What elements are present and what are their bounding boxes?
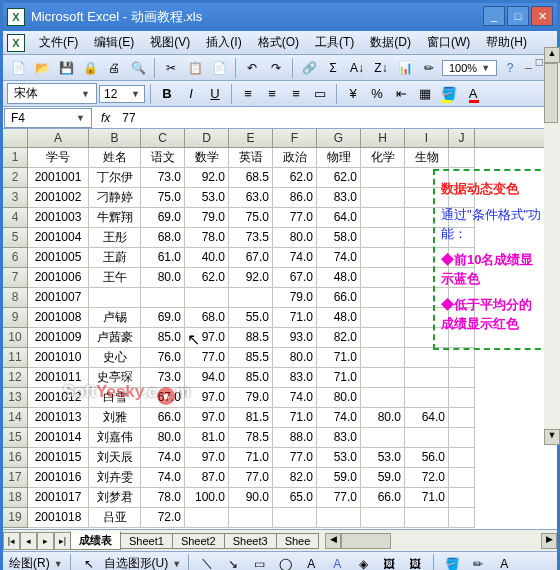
cell[interactable]: 刘雅 (89, 408, 141, 428)
cell[interactable]: 48.0 (317, 308, 361, 328)
cell[interactable]: 74.0 (141, 468, 185, 488)
col-header[interactable]: F (273, 129, 317, 147)
cell[interactable]: 2001017 (28, 488, 89, 508)
cell[interactable]: 73.5 (229, 228, 273, 248)
cell[interactable]: 卢茜豪 (89, 328, 141, 348)
minimize-button[interactable]: _ (483, 6, 505, 26)
worksheet-grid[interactable]: ABCDEFGHIJ 1学号姓名语文数学英语政治物理化学生物22001001丁尔… (3, 129, 557, 529)
cell[interactable]: 80.0 (273, 228, 317, 248)
select-all[interactable] (3, 129, 28, 147)
cell[interactable]: 79.0 (229, 388, 273, 408)
menu-window[interactable]: 窗口(W) (419, 31, 478, 54)
cell[interactable] (361, 188, 405, 208)
cell[interactable]: 80.0 (317, 388, 361, 408)
hscroll-thumb[interactable] (341, 533, 391, 549)
textbox-icon[interactable]: A (300, 553, 322, 571)
cell[interactable]: 40.0 (185, 248, 229, 268)
bold-button[interactable]: B (156, 83, 178, 105)
wordart-icon[interactable]: A (326, 553, 348, 571)
cell[interactable]: 王午 (89, 268, 141, 288)
cell[interactable]: 59.0 (361, 468, 405, 488)
cell[interactable]: 62.0 (273, 168, 317, 188)
help-icon[interactable]: ? (499, 57, 521, 79)
cell[interactable]: 66.0 (141, 408, 185, 428)
percent-icon[interactable]: % (366, 83, 388, 105)
scroll-left-icon[interactable]: ◀ (325, 533, 341, 549)
cell[interactable]: 王彤 (89, 228, 141, 248)
cell[interactable]: 87.0 (185, 468, 229, 488)
cell[interactable] (361, 348, 405, 368)
cell[interactable]: 97.0 (185, 388, 229, 408)
cell[interactable]: 62.0 (185, 268, 229, 288)
cell[interactable]: 71.0 (273, 308, 317, 328)
header-cell[interactable]: 姓名 (89, 148, 141, 168)
cell[interactable]: 69.0 (141, 208, 185, 228)
redo-icon[interactable]: ↷ (265, 57, 287, 79)
cell[interactable]: 66.0 (361, 488, 405, 508)
row-header[interactable]: 4 (3, 208, 28, 228)
cell[interactable] (361, 368, 405, 388)
cell[interactable]: 82.0 (317, 328, 361, 348)
cell[interactable] (449, 508, 475, 528)
cell[interactable]: 史心 (89, 348, 141, 368)
cell[interactable] (361, 508, 405, 528)
header-cell[interactable]: 化学 (361, 148, 405, 168)
copy-icon[interactable]: 📋 (184, 57, 206, 79)
save-icon[interactable]: 💾 (55, 57, 77, 79)
cell[interactable]: 75.0 (229, 208, 273, 228)
cell[interactable] (405, 388, 449, 408)
row-header[interactable]: 3 (3, 188, 28, 208)
cell[interactable] (361, 388, 405, 408)
borders-icon[interactable]: ▦ (414, 83, 436, 105)
cell[interactable]: 67.0 (229, 248, 273, 268)
scroll-up-icon[interactable]: ▲ (544, 47, 560, 63)
cell[interactable]: 48.0 (317, 268, 361, 288)
maximize-button[interactable]: □ (507, 6, 529, 26)
cell[interactable]: 63.0 (229, 188, 273, 208)
cell[interactable]: 74.0 (317, 408, 361, 428)
chart-icon[interactable]: 📊 (394, 57, 416, 79)
cell[interactable]: 2001016 (28, 468, 89, 488)
cell[interactable] (89, 288, 141, 308)
cell[interactable]: 71.0 (229, 448, 273, 468)
header-cell[interactable]: 学号 (28, 148, 89, 168)
cell[interactable]: 85.0 (141, 328, 185, 348)
cell[interactable]: 53.0 (317, 448, 361, 468)
cell[interactable]: 74.0 (273, 248, 317, 268)
cell[interactable]: 59.0 (317, 468, 361, 488)
italic-button[interactable]: I (180, 83, 202, 105)
cell[interactable]: 72.0 (141, 508, 185, 528)
cell[interactable]: 刘天辰 (89, 448, 141, 468)
cell[interactable]: 2001008 (28, 308, 89, 328)
menu-format[interactable]: 格式(O) (250, 31, 307, 54)
cell[interactable] (449, 348, 475, 368)
font-combo[interactable]: 宋体▼ (7, 83, 97, 104)
new-icon[interactable]: 📄 (7, 57, 29, 79)
drawing-icon[interactable]: ✏ (418, 57, 440, 79)
cell[interactable] (229, 508, 273, 528)
menu-tools[interactable]: 工具(T) (307, 31, 362, 54)
cell[interactable]: 71.0 (405, 488, 449, 508)
header-cell[interactable]: 英语 (229, 148, 273, 168)
col-header[interactable]: I (405, 129, 449, 147)
scroll-down-icon[interactable]: ▼ (544, 429, 560, 445)
fillcolor-icon[interactable]: 🪣 (438, 83, 460, 105)
cell[interactable]: 100.0 (185, 488, 229, 508)
row-header[interactable]: 6 (3, 248, 28, 268)
cell[interactable]: 71.0 (273, 408, 317, 428)
cell[interactable]: 刁静婷 (89, 188, 141, 208)
cell[interactable] (141, 288, 185, 308)
cell[interactable]: 2001018 (28, 508, 89, 528)
cell[interactable]: 2001007 (28, 288, 89, 308)
cell[interactable] (361, 328, 405, 348)
cell[interactable]: 2001006 (28, 268, 89, 288)
cell[interactable]: 2001010 (28, 348, 89, 368)
cell[interactable]: 77.0 (185, 348, 229, 368)
cell[interactable]: 81.5 (229, 408, 273, 428)
cell[interactable]: 2001002 (28, 188, 89, 208)
row-header[interactable]: 14 (3, 408, 28, 428)
sheet-tab-active[interactable]: 成绩表 (70, 531, 121, 550)
cell[interactable]: 69.0 (141, 308, 185, 328)
cell[interactable]: 68.0 (141, 228, 185, 248)
cell[interactable]: 2001013 (28, 408, 89, 428)
